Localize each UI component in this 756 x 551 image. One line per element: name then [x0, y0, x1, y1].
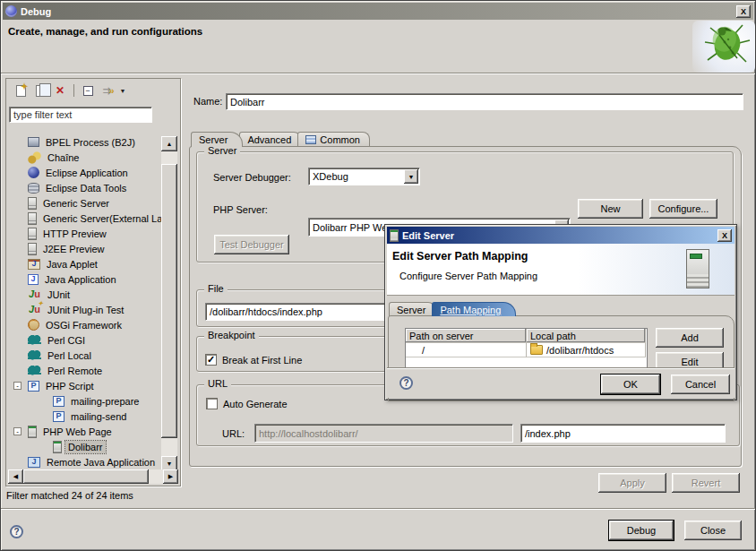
revert-button[interactable]: Revert [672, 473, 740, 493]
tree-item-cha-ne[interactable]: Chaîne [7, 150, 161, 165]
database-icon [28, 183, 39, 194]
tree-item-osgi-framework[interactable]: OSGi Framework [7, 317, 161, 332]
tree-item-mailing-prepare[interactable]: Pmailing-prepare [7, 393, 161, 409]
tree-vertical-scrollbar[interactable]: ▲ ▼ [161, 136, 177, 471]
edit-server-subheading: Configure Server Path Mapping [399, 271, 537, 281]
tree-item-label: Chaîne [45, 151, 82, 164]
config-tabs: Server Advanced Common [191, 130, 366, 147]
php-web-page-icon [53, 441, 62, 453]
tree-item-http-preview[interactable]: HTTP Preview [7, 226, 161, 241]
tree-item-generic-server-external-la[interactable]: Generic Server(External La [7, 211, 161, 226]
tree-item-junit-plug-in-test[interactable]: JuJUnit Plug-in Test [7, 302, 161, 317]
url-base-input[interactable]: http://localhostdolibarr/ [254, 424, 513, 443]
break-first-line-checkbox[interactable]: ✓ [205, 354, 217, 366]
collapse-expander-icon[interactable]: - [13, 427, 21, 435]
tab-advanced[interactable]: Advanced [239, 132, 301, 147]
url-path-input[interactable]: /index.php [520, 424, 726, 443]
configure-server-button[interactable]: Configure... [649, 199, 717, 219]
tab-server[interactable]: Server [191, 132, 243, 147]
page-title: Create, manage, and run configurations [8, 26, 202, 37]
tree-item-junit[interactable]: JuJUnit [7, 287, 161, 302]
tree-item-label: mailing-prepare [68, 395, 142, 408]
tree-item-perl-remote[interactable]: Perl Remote [7, 363, 161, 378]
filter-launch-icon[interactable]: ⇉» [99, 82, 116, 99]
edit-server-titlebar[interactable]: Edit Server X [387, 227, 735, 244]
tree-item-perl-cgi[interactable]: Perl CGI [7, 332, 161, 348]
edit-server-dialog: Edit Server X Edit Server Path Mapping C… [384, 224, 737, 400]
window-close-button[interactable]: X [736, 5, 751, 18]
tree-item-label: Generic Server(External La [40, 212, 161, 225]
edit-server-close-button[interactable]: X [717, 229, 732, 242]
collapse-all-icon[interactable]: − [79, 82, 97, 99]
scroll-left-icon[interactable]: ◀ [8, 469, 23, 484]
tree-item-j2ee-preview[interactable]: J2EE Preview [7, 241, 161, 256]
auto-generate-checkbox[interactable] [206, 398, 218, 409]
breakpoint-group-title: Breakpoint [204, 330, 259, 340]
tree-item-dolibarr[interactable]: Dolibarr [7, 439, 161, 454]
java-applet-icon: J [28, 259, 40, 270]
tree-item-php-script[interactable]: -PPHP Script [7, 378, 161, 393]
tree-item-label: PHP Script [43, 380, 97, 392]
column-header-local-path[interactable]: Local path [527, 329, 646, 343]
tree-item-label: Eclipse Data Tools [43, 182, 129, 194]
tree-item-mailing-send[interactable]: Pmailing-send [7, 409, 161, 424]
tree-item-eclipse-data-tools[interactable]: Eclipse Data Tools [7, 180, 161, 195]
server-icon [28, 228, 37, 240]
ok-button[interactable]: OK [601, 375, 660, 394]
vertical-scroll-thumb[interactable] [161, 164, 177, 438]
filter-input[interactable]: type filter text [9, 107, 152, 123]
tree-item-label: Generic Server [40, 197, 112, 210]
tree-item-bpel-process-b2j-[interactable]: BPEL Process (B2J) [7, 134, 161, 150]
auto-generate-label: Auto Generate [223, 399, 288, 409]
add-mapping-button[interactable]: Add [656, 328, 724, 348]
test-debugger-button[interactable]: Test Debugger [214, 235, 289, 254]
tree-item-java-application[interactable]: JJava Application [7, 271, 161, 287]
tree-item-perl-local[interactable]: Perl Local [7, 348, 161, 363]
new-server-button[interactable]: New [578, 199, 643, 219]
help-icon[interactable]: ? [10, 525, 23, 538]
java-application-icon: J [28, 274, 39, 285]
tree-item-label: BPEL Process (B2J) [43, 136, 138, 149]
close-button[interactable]: Close [684, 521, 742, 540]
header-separator [1, 73, 756, 74]
url-label: URL: [222, 428, 245, 439]
new-configuration-icon[interactable]: ✦ [12, 82, 30, 99]
collapse-expander-icon[interactable]: - [13, 382, 21, 390]
chevron-down-icon[interactable]: ▼ [404, 169, 418, 184]
help-icon[interactable]: ? [399, 376, 413, 390]
tab-advanced-label: Advanced [247, 134, 291, 145]
toolbar-menu-chevron-icon[interactable]: ▼ [118, 82, 127, 99]
scroll-right-icon[interactable]: ▶ [163, 469, 178, 484]
tab-common-label: Common [320, 134, 360, 145]
window-titlebar[interactable]: Debug X [3, 3, 753, 20]
name-input[interactable]: Dolibarr [226, 93, 743, 110]
tab-common[interactable]: Common [297, 132, 370, 147]
tree-item-label: Perl CGI [45, 334, 88, 347]
delete-configuration-icon[interactable]: ✕ [51, 82, 69, 99]
duplicate-configuration-icon[interactable] [31, 82, 49, 99]
tree-item-php-web-page[interactable]: -PHP Web Page [7, 424, 161, 439]
tab-path-mapping[interactable]: Path Mapping [432, 302, 516, 316]
mapping-row[interactable]: //dolibarr/htdocs [406, 343, 647, 357]
junit-icon: Ju [28, 288, 41, 301]
cancel-button[interactable]: Cancel [671, 375, 730, 394]
tree-item-eclipse-application[interactable]: Eclipse Application [7, 165, 161, 180]
tree-horizontal-scrollbar[interactable]: ◀ ▶ [8, 469, 178, 484]
tree-item-java-applet[interactable]: JJava Applet [7, 256, 161, 271]
sidebar-toolbar: ✦ ✕ − ⇉» ▼ [8, 81, 178, 100]
debug-button[interactable]: Debug [609, 521, 674, 540]
horizontal-scroll-thumb[interactable] [23, 469, 149, 484]
column-header-path-on-server[interactable]: Path on server [406, 329, 527, 343]
tree-item-label: HTTP Preview [40, 228, 109, 240]
tree-item-remote-java-application[interactable]: JRemote Java Application [7, 454, 161, 469]
server-debugger-select[interactable]: XDebug ▼ [308, 168, 420, 185]
tree-item-generic-server[interactable]: Generic Server [7, 195, 161, 211]
apply-button[interactable]: Apply [598, 473, 666, 493]
path-on-server-cell: / [406, 343, 527, 357]
scroll-up-icon[interactable]: ▲ [161, 136, 177, 151]
tree-item-label: Remote Java Application [44, 456, 158, 469]
perl-icon [28, 349, 41, 362]
common-tab-icon [305, 135, 316, 144]
junit-plugin-icon: Ju [28, 304, 41, 316]
tab-server-settings[interactable]: Server [389, 302, 435, 316]
